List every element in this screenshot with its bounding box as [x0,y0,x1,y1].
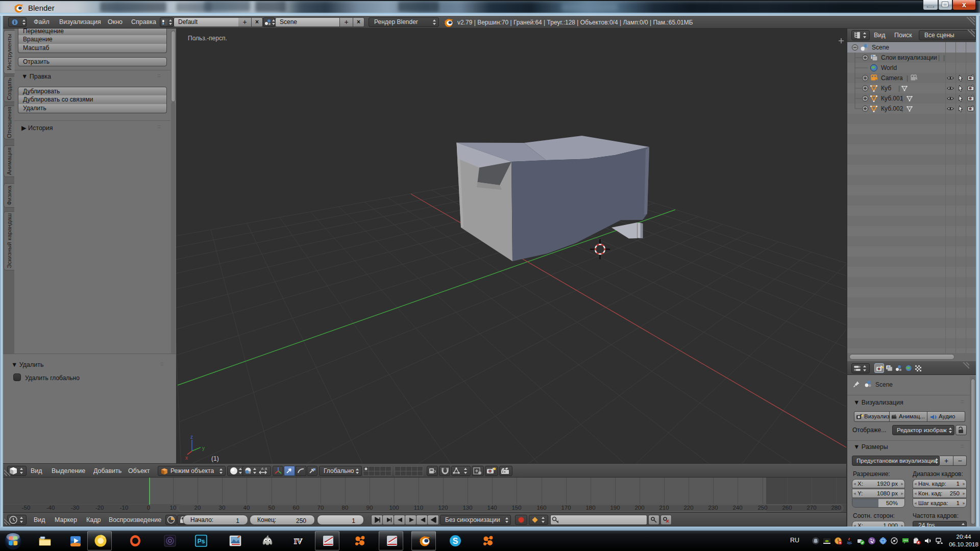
svg-text:y: y [202,445,205,451]
svg-text:i: i [14,19,16,25]
svg-text:IV: IV [294,537,303,545]
svg-text:x: x [185,455,188,461]
svg-text:S: S [453,537,458,545]
svg-text:Ps: Ps [198,538,205,545]
svg-text:(1): (1) [211,455,219,462]
svg-text:z: z [190,434,193,440]
svg-text:Польз.-персп.: Польз.-персп. [188,35,227,42]
